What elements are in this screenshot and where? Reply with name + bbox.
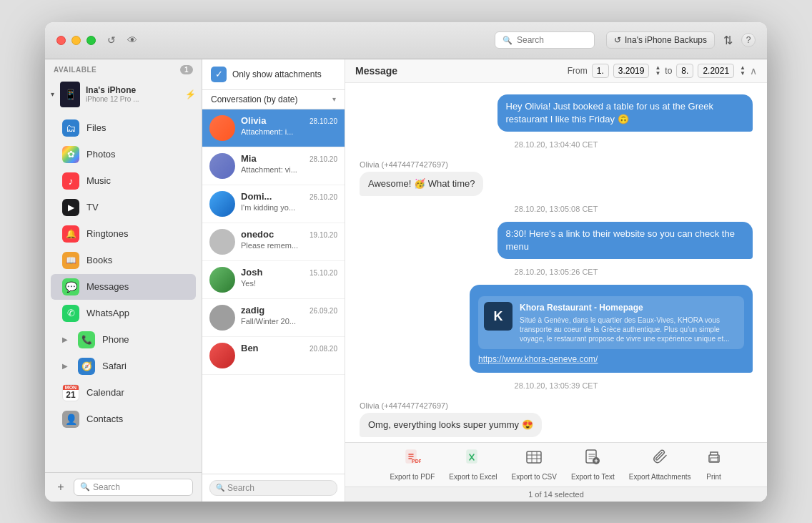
avatar-onedoc [209,229,235,255]
safari-chevron: ▶ [62,362,68,370]
to-date-value[interactable]: 2.2021 [698,64,734,78]
close-button[interactable] [56,36,66,45]
sidebar-item-ringtones[interactable]: 🔔 Ringtones [51,221,196,247]
minimize-button[interactable] [71,36,81,45]
maximize-button[interactable] [86,36,96,45]
ringtones-icon: 🔔 [62,225,79,243]
help-button[interactable]: ? [741,33,756,47]
from-date-value[interactable]: 3.2019 [613,64,650,78]
attachments-label: Only show attachments [232,69,336,79]
backup-icon: ↺ [614,35,621,45]
titlebar: ↺ 👁 🔍 ↺ Ina's iPhone Backups ⇅ ? [45,22,767,59]
sidebar-item-books[interactable]: 📖 Books [51,248,196,273]
export-attachments-label: Export Attachments [629,473,691,481]
timestamp-2: 28.10.20, 13:05:08 CET [360,205,753,213]
attachments-checkbox[interactable]: ✓ [211,67,227,82]
device-model: iPhone 12 Pro ... [86,95,179,103]
conv-info-domi: Domi... 26.10.20 I'm kidding yo... [241,191,337,212]
conv-name-ben: Ben [241,343,259,353]
link-card-url[interactable]: https://www.khora-geneve.com/ [478,353,744,366]
message-text-3: Awesome! 🥳 What time? [368,178,475,189]
add-item-button[interactable]: + [54,480,68,494]
titlebar-search-box[interactable]: 🔍 [495,31,595,49]
timestamp-4: 28.10.20, 13:05:39 CET [360,381,753,390]
message-bubble-outgoing-1: Hey Olivia! Just booked a table for us a… [497,94,753,132]
from-stepper[interactable]: ▲ ▼ [655,65,660,77]
from-day-value[interactable]: 1. [592,64,609,78]
sidebar-item-contacts[interactable]: 👤 Contacts [51,406,196,432]
conversations-search-input[interactable]: 🔍 Search [209,480,337,496]
message-text-1: Hey Olivia! Just booked a table for us a… [506,101,713,124]
to-day-value[interactable]: 8. [676,64,693,78]
search-input[interactable] [517,35,587,45]
sidebar-item-phone-label: Phone [102,334,129,345]
conv-item-josh[interactable]: Josh 15.10.20 Yes! [202,261,345,299]
sidebar-items-list: 🗂 Files ✿ Photos ♪ Music [45,112,202,472]
avatar-olivia [209,115,235,141]
message-bubble-card: K Khora Restaurant - Homepage Situé à Ge… [470,285,753,373]
sidebar-search-box[interactable]: 🔍 Search [74,479,193,496]
export-csv-label: Export to CSV [512,473,557,481]
to-stepper[interactable]: ▲ ▼ [740,65,746,77]
timestamp-3: 28.10.20, 13:05:26 CET [360,268,753,276]
conv-info-ben: Ben 20.08.20 [241,343,337,355]
usb-icon: ⚡ [185,89,196,99]
device-row[interactable]: ▾ 📱 Ina's iPhone iPhone 12 Pro ... ⚡ [45,77,202,112]
sidebar-item-whatsapp-label: WhatsApp [86,308,129,318]
export-attachments-button[interactable]: Export Attachments [629,449,691,481]
backup-button[interactable]: ↺ Ina's iPhone Backups [606,31,715,49]
conv-item-olivia[interactable]: Olivia 28.10.20 Attachment: i... [202,109,345,147]
refresh-icon[interactable]: ↺ [107,34,116,46]
sidebar-item-music[interactable]: ♪ Music [51,168,196,194]
sidebar-item-calendar[interactable]: MON 21 Calendar [51,380,196,406]
avatar-domi [209,191,235,217]
sender-label-2: Olivia (+4474477427697) [360,401,448,410]
export-excel-button[interactable]: Export to Excel [449,449,497,481]
collapse-button[interactable]: ∧ [750,65,757,77]
sidebar-bottom: + 🔍 Search [45,472,202,502]
sidebar-item-whatsapp[interactable]: ✆ WhatsApp [51,300,196,326]
sidebar-item-photos[interactable]: ✿ Photos [51,142,196,167]
avatar-mia [209,153,235,179]
sidebar-item-tv[interactable]: ▶ TV [51,195,196,220]
message-pane: Message From 1. 3.2019 ▲ ▼ to 8. 2.2021 … [345,59,767,502]
message-header-title: Message [355,65,397,77]
sidebar-item-safari[interactable]: ▶ 🧭 Safari [51,353,196,379]
message-bubble-outgoing-2: 8:30! Here's a link to their website so … [497,222,753,259]
transfer-icon[interactable]: ⇅ [723,34,733,47]
print-label: Print [706,473,721,481]
sidebar-item-calendar-label: Calendar [86,387,124,398]
export-pdf-button[interactable]: PDF Export to PDF [390,449,435,481]
conv-date-domi: 26.10.20 [310,193,337,201]
device-name: Ina's iPhone [86,85,179,95]
search-icon: 🔍 [502,36,513,45]
sidebar-item-phone[interactable]: ▶ 📞 Phone [51,327,196,353]
attachment-icon [651,449,668,470]
conv-item-ben[interactable]: Ben 20.08.20 [202,337,345,375]
print-button[interactable]: Print [705,449,723,481]
export-csv-button[interactable]: Export to CSV [512,449,557,481]
sidebar-item-tv-label: TV [86,202,99,212]
svg-text:PDF: PDF [412,459,421,464]
eye-icon[interactable]: 👁 [127,34,137,46]
conv-name-onedoc: onedoc [241,229,274,240]
conv-name-josh: Josh [241,267,262,278]
conv-item-mia[interactable]: Mia 28.10.20 Attachment: vi... [202,147,345,185]
sidebar-item-files[interactable]: 🗂 Files [51,115,196,141]
date-filter-row: From 1. 3.2019 ▲ ▼ to 8. 2.2021 ▲ ▼ ∧ [568,64,757,78]
sidebar-item-messages[interactable]: 💬 Messages [51,274,196,300]
conv-date-zadig: 26.09.20 [310,307,337,315]
phone-chevron: ▶ [62,336,68,343]
conv-item-domi[interactable]: Domi... 26.10.20 I'm kidding yo... [202,185,345,223]
svg-point-12 [717,456,718,458]
conv-item-onedoc[interactable]: onedoc 19.10.20 Please remem... [202,223,345,261]
conversations-sort[interactable]: Conversation (by date) ▾ [202,90,345,109]
csv-icon [525,449,543,470]
avatar-ben [209,343,235,368]
sidebar-item-files-label: Files [86,122,106,133]
sender-label-1: Olivia (+4474477427697) [360,160,448,169]
sort-chevron-icon: ▾ [332,95,336,103]
conv-preview-josh: Yes! [241,279,337,288]
conv-item-zadig[interactable]: zadig 26.09.20 Fall/Winter 20... [202,299,345,337]
export-text-button[interactable]: Export to Text [571,449,615,481]
